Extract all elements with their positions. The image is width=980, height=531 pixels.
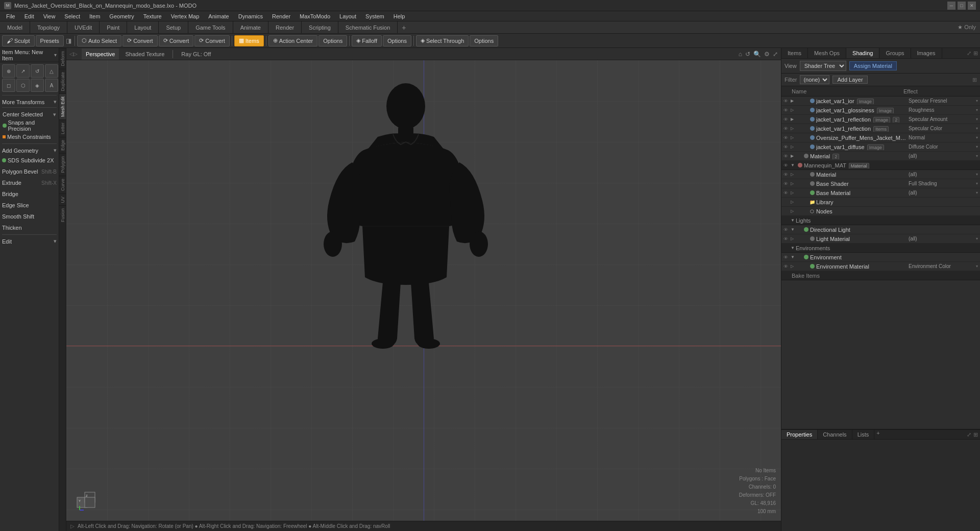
tab-paint[interactable]: Paint bbox=[100, 21, 127, 34]
eye-environment[interactable]: 👁 bbox=[783, 255, 791, 260]
shader-item-jacket-ior[interactable]: 👁 ▶ jacket_var1_ior Image Specular Fresn… bbox=[781, 96, 980, 106]
right-tab-images[interactable]: Images bbox=[911, 48, 942, 58]
vp-search-icon[interactable]: 🔍 bbox=[753, 51, 761, 58]
shader-item-light-material[interactable]: 👁 ▷ Light Material (all) ▾ bbox=[781, 234, 980, 244]
center-dropdown-icon[interactable]: ▾ bbox=[53, 111, 56, 118]
shader-item-material-mannequin[interactable]: 👁 ▷ Material (all) ▾ bbox=[781, 170, 980, 179]
add-layout-tab[interactable]: + bbox=[398, 21, 410, 34]
tab-game-tools[interactable]: Game Tools bbox=[188, 21, 233, 34]
options-button-1[interactable]: Options bbox=[318, 35, 347, 46]
side-tab-curve[interactable]: Curve bbox=[59, 176, 66, 194]
tab-schematic-fusion[interactable]: Schematic Fusion bbox=[338, 21, 398, 34]
filter-right-icon[interactable]: ⊞ bbox=[972, 77, 977, 83]
expand-nodes[interactable]: ▷ bbox=[791, 209, 796, 213]
eye-directional-light[interactable]: 👁 bbox=[783, 227, 791, 232]
menu-animate[interactable]: Animate bbox=[204, 11, 233, 21]
shader-item-material-2[interactable]: 👁 ▶ Material 2 (all) ▾ bbox=[781, 152, 980, 161]
select-through-button[interactable]: ◈ Select Through bbox=[416, 35, 469, 46]
menu-view[interactable]: View bbox=[39, 11, 60, 21]
menu-vertex-map[interactable]: Vertex Map bbox=[167, 11, 204, 21]
edge-slice-btn[interactable]: Edge Slice bbox=[0, 200, 59, 211]
thicken-btn[interactable]: Thicken bbox=[0, 222, 59, 233]
expand-diffuse[interactable]: ▷ bbox=[791, 144, 796, 149]
side-tab-edge[interactable]: Edge bbox=[59, 137, 66, 153]
chevron-jacket-ior[interactable]: ▾ bbox=[976, 99, 978, 103]
vp-settings-icon[interactable]: ⚙ bbox=[764, 51, 770, 58]
menu-dynamics[interactable]: Dynamics bbox=[234, 11, 267, 21]
eye-bump[interactable]: 👁 bbox=[783, 135, 791, 140]
shader-item-reflection-specular[interactable]: 👁 ▶ jacket_var1_reflection Image 2 Specu… bbox=[781, 115, 980, 124]
chevron-material-mannequin[interactable]: ▾ bbox=[976, 172, 978, 177]
eye-glossiness[interactable]: 👁 bbox=[783, 108, 791, 113]
shader-item-directional-light[interactable]: 👁 ▼ Directional Light bbox=[781, 225, 980, 234]
lower-tab-add[interactable]: + bbox=[876, 430, 879, 439]
add-layer-button[interactable]: Add Layer bbox=[832, 76, 867, 84]
tab-model[interactable]: Model bbox=[0, 21, 30, 34]
bridge-btn[interactable]: Bridge bbox=[0, 188, 59, 200]
convert-button-3[interactable]: ⟳ Convert bbox=[194, 35, 230, 46]
menu-render[interactable]: Render bbox=[268, 11, 295, 21]
shader-group-lights[interactable]: ▼ Lights bbox=[781, 216, 980, 225]
tab-topology[interactable]: Topology bbox=[30, 21, 67, 34]
expand-base-material[interactable]: ▷ bbox=[791, 190, 796, 195]
expand-directional-light[interactable]: ▼ bbox=[791, 227, 796, 232]
add-geometry-arrow[interactable]: ▾ bbox=[54, 147, 57, 154]
vp-home-icon[interactable]: ⌂ bbox=[739, 51, 742, 58]
menu-system[interactable]: System bbox=[361, 11, 388, 21]
right-tab-groups[interactable]: Groups bbox=[879, 48, 911, 58]
menu-geometry[interactable]: Geometry bbox=[105, 11, 138, 21]
tab-uvedit[interactable]: UVEdit bbox=[67, 21, 100, 34]
shader-item-nodes[interactable]: ▷ ⬡ Nodes bbox=[781, 207, 980, 216]
side-tab-fusion[interactable]: Fusion bbox=[59, 205, 66, 225]
presets-button[interactable]: Presets bbox=[36, 35, 64, 46]
viewport-expand-icon[interactable]: ◁▷ bbox=[69, 51, 78, 57]
panel-toggle-icon[interactable]: ◨ bbox=[66, 37, 71, 44]
eye-material-2[interactable]: 👁 bbox=[783, 154, 791, 159]
chevron-base-material[interactable]: ▾ bbox=[976, 190, 978, 195]
tool-btn-move[interactable]: ⊕ bbox=[2, 64, 15, 78]
shader-item-base-shader[interactable]: 👁 ▷ Base Shader Full Shading ▾ bbox=[781, 179, 980, 188]
shader-item-diffuse[interactable]: 👁 ▷ jacket_var1_diffuse Image Diffuse Co… bbox=[781, 142, 980, 152]
shader-item-bump[interactable]: 👁 ▷ Oversize_Puffer_Mens_Jacket_MAT_bump… bbox=[781, 133, 980, 142]
expand-library[interactable]: ▷ bbox=[791, 200, 796, 204]
lower-panel-expand-icon[interactable]: ⤢ bbox=[967, 431, 971, 438]
vp-tab-perspective[interactable]: Perspective bbox=[82, 49, 119, 60]
vp-tab-shaded[interactable]: Shaded Texture bbox=[121, 49, 168, 60]
eye-light-material[interactable]: 👁 bbox=[783, 236, 791, 242]
polygon-bevel-btn[interactable]: Polygon Bevel Shift-B bbox=[0, 166, 59, 177]
right-tab-items[interactable]: Items bbox=[781, 48, 808, 58]
menu-help[interactable]: Help bbox=[389, 11, 409, 21]
tab-animate[interactable]: Animate bbox=[233, 21, 268, 34]
items-button[interactable]: ▦ Items bbox=[234, 35, 264, 46]
eye-base-shader[interactable]: 👁 bbox=[783, 181, 791, 186]
falloff-button[interactable]: ◈ Falloff bbox=[352, 35, 382, 46]
shader-item-library[interactable]: ▷ 📁 Library bbox=[781, 198, 980, 207]
vp-tab-raygl[interactable]: Ray GL: Off bbox=[177, 49, 215, 60]
tab-render[interactable]: Render bbox=[268, 21, 302, 34]
bake-items-btn[interactable]: Bake Items bbox=[781, 271, 980, 280]
vp-rotate-icon[interactable]: ↺ bbox=[745, 51, 750, 58]
close-button[interactable]: ✕ bbox=[968, 2, 976, 10]
snaps-precision-btn[interactable]: Snaps and Precision bbox=[0, 120, 59, 131]
expand-environment-material[interactable]: ▷ bbox=[791, 264, 796, 269]
smooth-shift-btn[interactable]: Smooth Shift bbox=[0, 211, 59, 222]
convert-button-2[interactable]: ⟳ Convert bbox=[159, 35, 194, 46]
edit-arrow[interactable]: ▾ bbox=[54, 238, 57, 245]
sds-subdivide-btn[interactable]: SDS Subdivide 2X bbox=[0, 155, 59, 166]
shader-group-environments[interactable]: ▼ Environments bbox=[781, 244, 980, 253]
more-transforms-arrow[interactable]: ▾ bbox=[54, 99, 57, 105]
expand-material-2[interactable]: ▶ bbox=[791, 154, 796, 158]
lower-panel-settings-icon[interactable]: ⊞ bbox=[973, 431, 978, 438]
menu-texture[interactable]: Texture bbox=[139, 11, 166, 21]
shader-item-environment[interactable]: 👁 ▼ Environment bbox=[781, 253, 980, 262]
eye-base-material[interactable]: 👁 bbox=[783, 190, 791, 196]
expand-glossiness[interactable]: ▷ bbox=[791, 108, 796, 112]
side-tab-deform[interactable]: Deform bbox=[59, 48, 66, 69]
tool-btn-rotate[interactable]: ↗ bbox=[16, 64, 30, 78]
expand-environments[interactable]: ▼ bbox=[791, 246, 796, 250]
menu-maxtomodo[interactable]: MaxToModo bbox=[296, 11, 334, 21]
tab-setup[interactable]: Setup bbox=[159, 21, 188, 34]
expand-environment[interactable]: ▼ bbox=[791, 255, 796, 259]
side-tab-duplicate[interactable]: Duplicate bbox=[59, 69, 66, 94]
eye-environment-material[interactable]: 👁 bbox=[783, 264, 791, 269]
